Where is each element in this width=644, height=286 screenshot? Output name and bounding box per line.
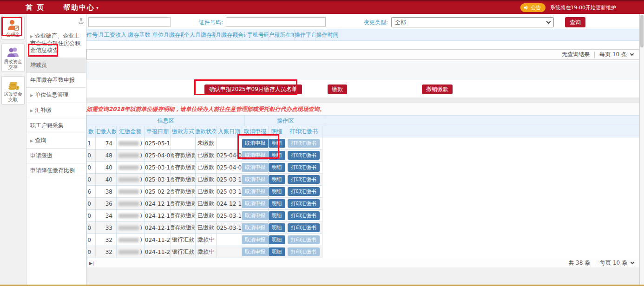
menu-item-单位信息管理[interactable]: ▶单位信息管理 — [26, 88, 86, 103]
cell-pay-method — [171, 137, 196, 150]
print-remittance-button[interactable]: 打印汇缴书 — [288, 187, 320, 196]
menu-item-年度缴存基数申报[interactable]: 年度缴存基数申报 — [26, 73, 86, 88]
menu-item-职工户籍采集[interactable]: 职工户籍采集 — [26, 118, 86, 133]
nav-help-center[interactable]: 帮助中心▾ — [63, 3, 99, 12]
group-header-operation: 操作区 — [245, 116, 326, 126]
module-label: 公积金 — [2, 32, 24, 38]
speaker-icon — [524, 5, 529, 10]
top-navigation: 首 页 帮助中心▾ — [26, 3, 99, 12]
scroll-end-icon[interactable]: ▶| — [89, 261, 94, 266]
amount-suffix: ) — [140, 201, 142, 207]
cell-detail: 明细 — [269, 162, 285, 174]
cell-declare-date: 2024-12-12 — [145, 222, 171, 234]
cell-pay-method: 暂存款缴款 — [171, 162, 196, 174]
cell-declare-date: 2025-03-14 — [145, 162, 171, 174]
maintenance-notice-link[interactable]: 系统将在19:00开始更新维护 — [550, 4, 616, 11]
keyword-input[interactable] — [88, 17, 171, 27]
table-group-header-row: 信息区操作区 — [87, 116, 640, 126]
anchor-icon[interactable] — [78, 18, 84, 26]
menu-item-查询[interactable]: ▶查询 — [26, 133, 86, 149]
pay-button[interactable]: 缴款 — [328, 84, 347, 94]
print-remittance-button[interactable]: 打印汇缴书 — [288, 211, 320, 220]
cert-number-label: 证件号码: — [199, 19, 223, 26]
detail-button[interactable]: 明细 — [269, 187, 285, 196]
print-remittance-button[interactable]: 打印汇缴书 — [288, 175, 320, 184]
cell-amount-redacted: ) — [117, 174, 145, 186]
column-header-打印汇缴书: 打印汇缴书 — [285, 126, 322, 137]
cell-cancel-declare: 取消申报 — [242, 174, 269, 186]
cell-people-count: 32 — [96, 246, 117, 258]
detail-button[interactable]: 明细 — [269, 223, 285, 232]
detail-button[interactable]: 明细 — [269, 199, 285, 208]
chevron-down-icon[interactable] — [631, 260, 634, 264]
column-header-取消申报: 取消申报 — [242, 126, 269, 137]
print-remittance-button: 打印汇缴书 — [288, 139, 320, 148]
redacted-amount-block — [118, 189, 139, 194]
cell-declare-date: 2025-02-20 — [145, 186, 171, 198]
cell-account-date: 2025-04-09 — [217, 162, 242, 174]
confirm-declare-button[interactable]: 确认申报2025年09月缴存人员名单 — [204, 84, 302, 94]
redacted-amount-block — [118, 141, 139, 146]
nav-home[interactable]: 首 页 — [26, 3, 45, 12]
menu-item-增减员[interactable]: 增减员 — [26, 58, 86, 73]
no-result-text: 无查询结果 — [562, 51, 590, 58]
cell-people-count: 33 — [96, 222, 117, 234]
menu-item-label: 年度缴存基数申报 — [30, 77, 75, 83]
cell-extra-count: 0 — [87, 198, 96, 210]
print-remittance-button[interactable]: 打印汇缴书 — [288, 223, 320, 232]
cell-print: 打印汇缴书 — [285, 210, 322, 222]
nav-help-label: 帮助中心 — [63, 3, 95, 12]
detail-button[interactable]: 明细 — [269, 139, 285, 148]
page-size-select[interactable]: 每页 10 条 — [600, 259, 627, 267]
change-type-select[interactable]: 全部 — [391, 17, 554, 27]
cell-people-count: 36 — [96, 198, 117, 210]
detail-button[interactable]: 明细 — [269, 235, 285, 244]
menu-item-汇补缴[interactable]: ▶汇补缴 — [26, 103, 86, 118]
cell-cancel-declare: 取消申报 — [242, 162, 269, 174]
row-filler — [322, 186, 640, 198]
cell-amount-redacted: ) — [117, 234, 145, 246]
upper-page-size-select[interactable]: 每页 10 条 — [599, 51, 627, 58]
table-row: 174)2025-05-13未缴款取消申报明细打印汇缴书 — [87, 137, 640, 150]
upper-column-header: 缴存基数 — [126, 29, 152, 40]
upper-column-header: 件号码 — [86, 29, 99, 40]
cell-pay-status: 未缴款 — [196, 137, 217, 150]
menu-item-企业破产、企业上市合法合规住房公积金信息核查[interactable]: ▶企业破产、企业上市合法合规住房公积金信息核查 — [26, 29, 86, 58]
cancel-declare-button: 取消申报 — [242, 187, 269, 196]
chevron-down-icon[interactable] — [630, 52, 634, 55]
menu-item-申请降低缴存比例[interactable]: 申请降低缴存比例 — [26, 163, 86, 178]
column-header-申报日期: 申报日期 — [145, 126, 171, 137]
row-filler — [322, 246, 640, 258]
row-filler — [322, 210, 640, 222]
sidebar-module-交存[interactable]: 房改资金交存 — [1, 44, 25, 72]
detail-button[interactable]: 明细 — [269, 151, 285, 160]
vertical-scrollbar[interactable] — [639, 14, 644, 286]
print-remittance-button[interactable]: 打印汇缴书 — [288, 199, 320, 208]
top-header-bar: 首 页 帮助中心▾ 公告 系统将在19:00开始更新维护 — [0, 0, 644, 14]
amount-suffix: ) — [140, 213, 142, 219]
people-icon — [6, 46, 20, 58]
cancel-declare-button: 取消申报 — [242, 175, 269, 184]
column-header-缴款方式: 缴款方式 — [171, 126, 196, 137]
scrollbar-thumb[interactable] — [640, 15, 644, 47]
sidebar-module-支取[interactable]: ?房改资金支取 — [1, 76, 25, 104]
cell-declare-date: 2025-03-14 — [145, 174, 171, 186]
cell-detail: 明细 — [269, 198, 285, 210]
cert-number-input[interactable] — [226, 17, 326, 27]
detail-button[interactable]: 明细 — [269, 247, 285, 256]
detail-button[interactable]: 明细 — [269, 211, 285, 220]
cancel-declare-button[interactable]: 取消申报 — [242, 139, 269, 148]
sidebar-module-fund[interactable]: 公积金 — [1, 17, 25, 39]
menu-item-申请缓缴[interactable]: 申请缓缴 — [26, 149, 86, 163]
detail-button[interactable]: 明细 — [269, 175, 285, 184]
cell-account-date: 2025-03-14 — [217, 174, 242, 186]
query-button[interactable]: 查询 — [565, 17, 585, 27]
detail-button[interactable]: 明细 — [269, 163, 285, 172]
cell-people-count: 40 — [96, 162, 117, 174]
print-remittance-button[interactable]: 打印汇缴书 — [288, 151, 320, 160]
row-filler — [322, 222, 640, 234]
print-remittance-button[interactable]: 打印汇缴书 — [288, 163, 320, 172]
cell-declare-date: 2024-12-18 — [145, 198, 171, 210]
cancel-pay-button[interactable]: 撤销缴款 — [422, 84, 453, 94]
redacted-amount-block — [118, 153, 139, 158]
